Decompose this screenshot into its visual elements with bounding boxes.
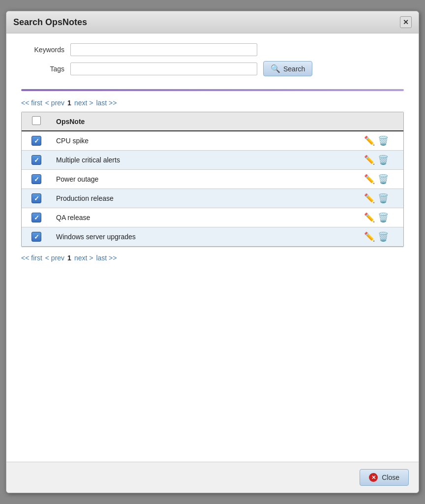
search-button[interactable]: 🔍 Search xyxy=(263,61,312,76)
close-button[interactable]: ✕ Close xyxy=(360,469,409,486)
close-x-button[interactable]: ✕ xyxy=(400,16,412,28)
tags-input[interactable] xyxy=(70,63,257,75)
actions-container: ✏️🗑️ xyxy=(364,193,398,204)
row-actions: ✏️🗑️ xyxy=(359,151,403,170)
row-checkbox-cell xyxy=(22,227,51,247)
row-checkbox-cell xyxy=(22,170,51,189)
search-form: Keywords Tags 🔍 Search xyxy=(21,43,404,81)
table-body: CPU spike✏️🗑️Multiple critical alerts✏️🗑… xyxy=(22,131,403,247)
current-page-bottom: 1 xyxy=(67,254,71,262)
pagination-bottom: << first < prev 1 next > last >> xyxy=(21,254,404,262)
delete-icon[interactable]: 🗑️ xyxy=(378,231,389,242)
actions-container: ✏️🗑️ xyxy=(364,135,398,146)
header-actions xyxy=(359,112,403,131)
keywords-row: Keywords xyxy=(21,43,404,56)
close-red-icon: ✕ xyxy=(369,473,378,482)
table-row: Production release✏️🗑️ xyxy=(22,189,403,208)
row-label: QA release xyxy=(51,208,359,227)
first-page-top[interactable]: << first xyxy=(21,99,42,107)
header-opsnote: OpsNote xyxy=(51,112,359,131)
next-page-top[interactable]: next > xyxy=(74,99,93,107)
close-button-label: Close xyxy=(382,473,399,481)
edit-icon[interactable]: ✏️ xyxy=(364,212,375,223)
next-page-bottom[interactable]: next > xyxy=(74,254,93,262)
row-actions: ✏️🗑️ xyxy=(359,189,403,208)
row-checkbox[interactable] xyxy=(31,193,41,203)
pagination-top: << first < prev 1 next > last >> xyxy=(21,99,404,107)
table-row: CPU spike✏️🗑️ xyxy=(22,131,403,151)
select-all-checkbox[interactable] xyxy=(32,116,41,125)
delete-icon[interactable]: 🗑️ xyxy=(378,212,389,223)
actions-container: ✏️🗑️ xyxy=(364,174,398,185)
actions-container: ✏️🗑️ xyxy=(364,212,398,223)
edit-icon[interactable]: ✏️ xyxy=(364,174,375,185)
header-checkbox-cell xyxy=(22,112,51,131)
search-button-label: Search xyxy=(283,65,305,73)
tags-label: Tags xyxy=(21,65,70,73)
delete-icon[interactable]: 🗑️ xyxy=(378,135,389,146)
actions-container: ✏️🗑️ xyxy=(364,155,398,165)
tags-row: Tags 🔍 Search xyxy=(21,61,404,76)
keywords-label: Keywords xyxy=(21,46,70,54)
row-checkbox[interactable] xyxy=(31,213,41,222)
table-row: Power outage✏️🗑️ xyxy=(22,170,403,189)
title-bar: Search OpsNotes ✕ xyxy=(6,11,419,33)
dialog-footer: ✕ Close xyxy=(6,462,419,493)
row-checkbox[interactable] xyxy=(31,155,41,165)
edit-icon[interactable]: ✏️ xyxy=(364,231,375,242)
opsnotes-table-wrapper: OpsNote CPU spike✏️🗑️Multiple critical a… xyxy=(21,112,404,247)
row-label: Power outage xyxy=(51,170,359,189)
actions-container: ✏️🗑️ xyxy=(364,231,398,242)
row-actions: ✏️🗑️ xyxy=(359,170,403,189)
row-checkbox-cell xyxy=(22,208,51,227)
row-actions: ✏️🗑️ xyxy=(359,208,403,227)
keywords-input[interactable] xyxy=(70,43,257,56)
search-opsnotes-dialog: Search OpsNotes ✕ Keywords Tags 🔍 Search xyxy=(6,11,419,493)
row-checkbox-cell xyxy=(22,189,51,208)
table-row: Windows server upgrades✏️🗑️ xyxy=(22,227,403,247)
last-page-bottom[interactable]: last >> xyxy=(96,254,117,262)
search-icon: 🔍 xyxy=(271,64,280,73)
row-checkbox-cell xyxy=(22,131,51,151)
dialog-body: Keywords Tags 🔍 Search << first < prev 1… xyxy=(6,33,419,462)
table-row: Multiple critical alerts✏️🗑️ xyxy=(22,151,403,170)
row-label: Multiple critical alerts xyxy=(51,151,359,170)
prev-page-bottom[interactable]: < prev xyxy=(45,254,64,262)
delete-icon[interactable]: 🗑️ xyxy=(378,193,389,204)
table-row: QA release✏️🗑️ xyxy=(22,208,403,227)
edit-icon[interactable]: ✏️ xyxy=(364,155,375,165)
edit-icon[interactable]: ✏️ xyxy=(364,193,375,204)
edit-icon[interactable]: ✏️ xyxy=(364,135,375,146)
row-label: Production release xyxy=(51,189,359,208)
row-checkbox[interactable] xyxy=(31,174,41,184)
last-page-top[interactable]: last >> xyxy=(96,99,117,107)
current-page-top: 1 xyxy=(67,99,71,107)
row-checkbox[interactable] xyxy=(31,232,41,242)
divider xyxy=(21,89,404,91)
delete-icon[interactable]: 🗑️ xyxy=(378,155,389,165)
row-actions: ✏️🗑️ xyxy=(359,227,403,247)
first-page-bottom[interactable]: << first xyxy=(21,254,42,262)
row-checkbox-cell xyxy=(22,151,51,170)
row-label: CPU spike xyxy=(51,131,359,151)
row-label: Windows server upgrades xyxy=(51,227,359,247)
opsnotes-table: OpsNote CPU spike✏️🗑️Multiple critical a… xyxy=(22,112,403,247)
delete-icon[interactable]: 🗑️ xyxy=(378,174,389,185)
prev-page-top[interactable]: < prev xyxy=(45,99,64,107)
dialog-title: Search OpsNotes xyxy=(13,17,87,28)
table-header-row: OpsNote xyxy=(22,112,403,131)
row-actions: ✏️🗑️ xyxy=(359,131,403,151)
row-checkbox[interactable] xyxy=(31,136,41,146)
